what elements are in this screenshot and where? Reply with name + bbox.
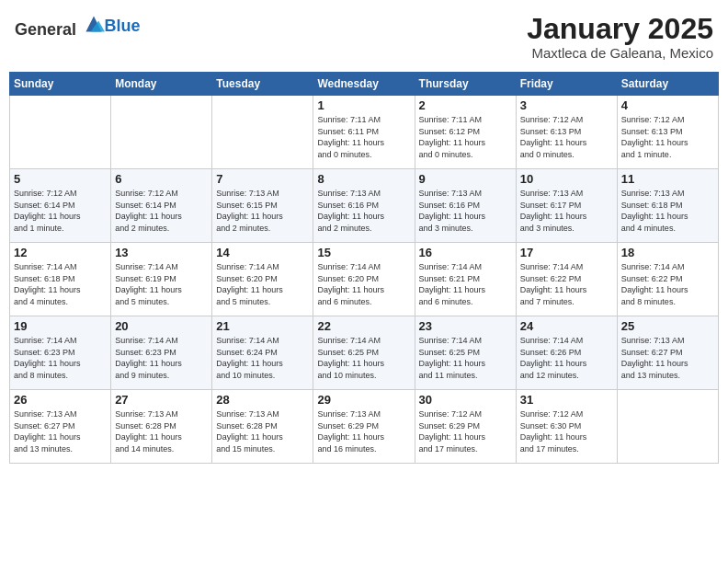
calendar-cell: 8Sunrise: 7:13 AM Sunset: 6:16 PM Daylig… (313, 169, 415, 243)
day-number: 9 (419, 172, 512, 186)
day-info: Sunrise: 7:13 AM Sunset: 6:29 PM Dayligh… (317, 408, 410, 454)
logo-general: General (15, 20, 76, 39)
calendar-cell (617, 390, 718, 464)
day-info: Sunrise: 7:13 AM Sunset: 6:28 PM Dayligh… (216, 408, 309, 454)
day-info: Sunrise: 7:14 AM Sunset: 6:20 PM Dayligh… (216, 261, 309, 307)
day-info: Sunrise: 7:13 AM Sunset: 6:27 PM Dayligh… (14, 408, 107, 454)
day-number: 26 (14, 393, 107, 407)
calendar-week-row: 5Sunrise: 7:12 AM Sunset: 6:14 PM Daylig… (10, 169, 719, 243)
day-info: Sunrise: 7:13 AM Sunset: 6:16 PM Dayligh… (419, 188, 512, 234)
calendar-cell: 12Sunrise: 7:14 AM Sunset: 6:18 PM Dayli… (10, 243, 111, 316)
day-info: Sunrise: 7:14 AM Sunset: 6:25 PM Dayligh… (317, 335, 410, 381)
day-number: 8 (317, 172, 410, 186)
calendar-week-row: 26Sunrise: 7:13 AM Sunset: 6:27 PM Dayli… (10, 390, 719, 464)
logo-icon (83, 13, 105, 35)
day-info: Sunrise: 7:12 AM Sunset: 6:13 PM Dayligh… (621, 114, 714, 160)
day-info: Sunrise: 7:14 AM Sunset: 6:23 PM Dayligh… (115, 335, 208, 381)
day-info: Sunrise: 7:14 AM Sunset: 6:20 PM Dayligh… (317, 261, 410, 307)
calendar-table: SundayMondayTuesdayWednesdayThursdayFrid… (9, 72, 719, 464)
day-number: 22 (317, 319, 410, 333)
day-number: 25 (621, 319, 714, 333)
calendar-day-header: Friday (516, 73, 617, 96)
calendar-cell: 21Sunrise: 7:14 AM Sunset: 6:24 PM Dayli… (212, 316, 313, 390)
logo: General Blue (15, 13, 141, 40)
day-info: Sunrise: 7:14 AM Sunset: 6:21 PM Dayligh… (419, 261, 512, 307)
calendar-cell: 20Sunrise: 7:14 AM Sunset: 6:23 PM Dayli… (111, 316, 212, 390)
day-number: 27 (115, 393, 208, 407)
calendar-day-header: Tuesday (212, 73, 313, 96)
page-header: General Blue January 2025 Maxtleca de Ga… (9, 9, 719, 64)
calendar-cell (212, 96, 313, 169)
day-number: 13 (115, 246, 208, 259)
day-info: Sunrise: 7:11 AM Sunset: 6:12 PM Dayligh… (419, 114, 512, 160)
day-info: Sunrise: 7:12 AM Sunset: 6:14 PM Dayligh… (115, 188, 208, 234)
day-info: Sunrise: 7:13 AM Sunset: 6:18 PM Dayligh… (621, 188, 714, 234)
calendar-cell: 4Sunrise: 7:12 AM Sunset: 6:13 PM Daylig… (617, 96, 718, 169)
day-info: Sunrise: 7:14 AM Sunset: 6:19 PM Dayligh… (115, 261, 208, 307)
day-number: 21 (216, 319, 309, 333)
day-number: 14 (216, 246, 309, 259)
title-block: January 2025 Maxtleca de Galeana, Mexico (527, 13, 713, 61)
calendar-cell: 27Sunrise: 7:13 AM Sunset: 6:28 PM Dayli… (111, 390, 212, 464)
calendar-cell: 19Sunrise: 7:14 AM Sunset: 6:23 PM Dayli… (10, 316, 111, 390)
calendar-cell: 7Sunrise: 7:13 AM Sunset: 6:15 PM Daylig… (212, 169, 313, 243)
day-number: 4 (621, 98, 714, 112)
day-number: 20 (115, 319, 208, 333)
calendar-cell (111, 96, 212, 169)
calendar-cell: 31Sunrise: 7:12 AM Sunset: 6:30 PM Dayli… (516, 390, 617, 464)
day-info: Sunrise: 7:13 AM Sunset: 6:16 PM Dayligh… (317, 188, 410, 234)
day-info: Sunrise: 7:12 AM Sunset: 6:30 PM Dayligh… (520, 408, 613, 454)
calendar-cell: 9Sunrise: 7:13 AM Sunset: 6:16 PM Daylig… (415, 169, 516, 243)
day-number: 31 (520, 393, 613, 407)
calendar-cell (10, 96, 111, 169)
day-info: Sunrise: 7:14 AM Sunset: 6:22 PM Dayligh… (621, 261, 714, 307)
calendar-day-header: Sunday (10, 73, 111, 96)
calendar-header-row: SundayMondayTuesdayWednesdayThursdayFrid… (10, 73, 719, 96)
calendar-cell: 1Sunrise: 7:11 AM Sunset: 6:11 PM Daylig… (313, 96, 415, 169)
calendar-week-row: 1Sunrise: 7:11 AM Sunset: 6:11 PM Daylig… (10, 96, 719, 169)
day-number: 28 (216, 393, 309, 407)
day-number: 12 (14, 246, 107, 259)
calendar-cell: 17Sunrise: 7:14 AM Sunset: 6:22 PM Dayli… (516, 243, 617, 316)
calendar-cell: 15Sunrise: 7:14 AM Sunset: 6:20 PM Dayli… (313, 243, 415, 316)
day-info: Sunrise: 7:12 AM Sunset: 6:14 PM Dayligh… (14, 188, 107, 234)
calendar-week-row: 12Sunrise: 7:14 AM Sunset: 6:18 PM Dayli… (10, 243, 719, 316)
day-info: Sunrise: 7:13 AM Sunset: 6:28 PM Dayligh… (115, 408, 208, 454)
day-info: Sunrise: 7:13 AM Sunset: 6:27 PM Dayligh… (621, 335, 714, 381)
day-number: 5 (14, 172, 107, 186)
calendar-cell: 2Sunrise: 7:11 AM Sunset: 6:12 PM Daylig… (415, 96, 516, 169)
day-info: Sunrise: 7:14 AM Sunset: 6:18 PM Dayligh… (14, 261, 107, 307)
day-number: 6 (115, 172, 208, 186)
calendar-cell: 18Sunrise: 7:14 AM Sunset: 6:22 PM Dayli… (617, 243, 718, 316)
day-info: Sunrise: 7:13 AM Sunset: 6:15 PM Dayligh… (216, 188, 309, 234)
day-info: Sunrise: 7:14 AM Sunset: 6:26 PM Dayligh… (520, 335, 613, 381)
calendar-day-header: Wednesday (313, 73, 415, 96)
day-number: 30 (419, 393, 512, 407)
day-number: 2 (419, 98, 512, 112)
day-number: 23 (419, 319, 512, 333)
day-info: Sunrise: 7:12 AM Sunset: 6:13 PM Dayligh… (520, 114, 613, 160)
page-title: January 2025 (527, 13, 713, 45)
calendar-day-header: Saturday (617, 73, 718, 96)
calendar-cell: 22Sunrise: 7:14 AM Sunset: 6:25 PM Dayli… (313, 316, 415, 390)
calendar-cell: 24Sunrise: 7:14 AM Sunset: 6:26 PM Dayli… (516, 316, 617, 390)
calendar-cell: 3Sunrise: 7:12 AM Sunset: 6:13 PM Daylig… (516, 96, 617, 169)
day-number: 19 (14, 319, 107, 333)
calendar-cell: 6Sunrise: 7:12 AM Sunset: 6:14 PM Daylig… (111, 169, 212, 243)
day-number: 10 (520, 172, 613, 186)
day-number: 18 (621, 246, 714, 259)
day-info: Sunrise: 7:14 AM Sunset: 6:24 PM Dayligh… (216, 335, 309, 381)
page-subtitle: Maxtleca de Galeana, Mexico (527, 45, 713, 61)
calendar-cell: 25Sunrise: 7:13 AM Sunset: 6:27 PM Dayli… (617, 316, 718, 390)
logo-blue: Blue (105, 17, 141, 35)
calendar-cell: 10Sunrise: 7:13 AM Sunset: 6:17 PM Dayli… (516, 169, 617, 243)
day-number: 24 (520, 319, 613, 333)
calendar-cell: 23Sunrise: 7:14 AM Sunset: 6:25 PM Dayli… (415, 316, 516, 390)
day-number: 7 (216, 172, 309, 186)
day-number: 1 (317, 98, 410, 112)
calendar-cell: 30Sunrise: 7:12 AM Sunset: 6:29 PM Dayli… (415, 390, 516, 464)
day-info: Sunrise: 7:13 AM Sunset: 6:17 PM Dayligh… (520, 188, 613, 234)
calendar-week-row: 19Sunrise: 7:14 AM Sunset: 6:23 PM Dayli… (10, 316, 719, 390)
day-info: Sunrise: 7:12 AM Sunset: 6:29 PM Dayligh… (419, 408, 512, 454)
calendar-cell: 26Sunrise: 7:13 AM Sunset: 6:27 PM Dayli… (10, 390, 111, 464)
